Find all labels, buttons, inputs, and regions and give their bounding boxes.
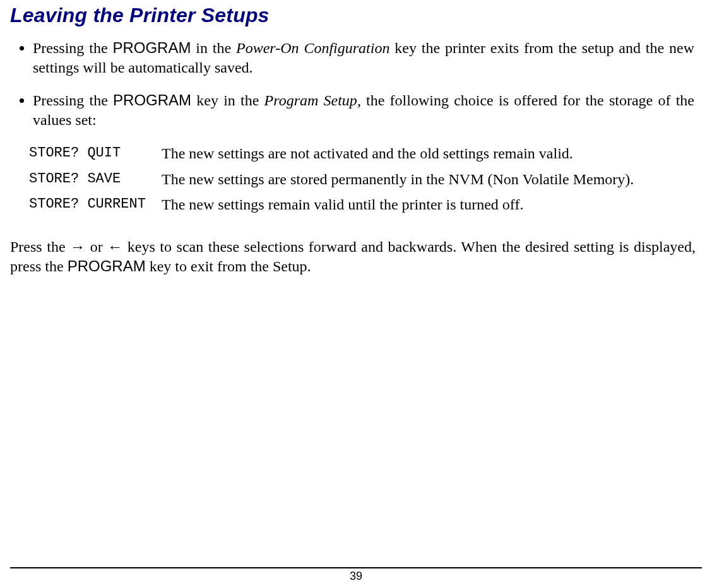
option-description: The new settings are not activated and t… bbox=[162, 144, 573, 163]
mode-name: Program Setup bbox=[264, 92, 357, 109]
bullet-item-1: Pressing the PROGRAM in the Power-On Con… bbox=[33, 38, 694, 77]
footer-divider bbox=[10, 567, 702, 568]
page-footer: 39 bbox=[10, 567, 702, 583]
table-row: STORE? SAVE The new settings are stored … bbox=[29, 170, 702, 189]
bullet-item-2: Pressing the PROGRAM key in the Program … bbox=[33, 91, 694, 129]
mode-name: Power-On Configuration bbox=[236, 40, 389, 56]
key-name: PROGRAM bbox=[113, 91, 191, 109]
key-name: PROGRAM bbox=[112, 39, 191, 56]
option-label: STORE? SAVE bbox=[29, 170, 162, 187]
text-fragment: in the bbox=[191, 40, 236, 56]
bullet-list: Pressing the PROGRAM in the Power-On Con… bbox=[10, 38, 702, 130]
page-number: 39 bbox=[10, 570, 702, 583]
option-label: STORE? QUIT bbox=[29, 144, 162, 161]
table-row: STORE? CURRENT The new settings remain v… bbox=[29, 195, 702, 215]
closing-paragraph: Press the → or ← keys to scan these sele… bbox=[10, 237, 696, 276]
option-description: The new settings remain valid until the … bbox=[162, 195, 523, 215]
text-fragment: Pressing the bbox=[33, 92, 113, 109]
table-row: STORE? QUIT The new settings are not act… bbox=[29, 144, 702, 163]
option-description: The new settings are stored permanently … bbox=[162, 170, 634, 189]
page: Leaving the Printer Setups Pressing the … bbox=[0, 4, 712, 588]
key-name: PROGRAM bbox=[68, 257, 146, 274]
text-fragment: Pressing the bbox=[33, 40, 112, 56]
page-title: Leaving the Printer Setups bbox=[10, 4, 702, 27]
store-options-table: STORE? QUIT The new settings are not act… bbox=[29, 144, 702, 215]
text-fragment: key to exit from the Setup. bbox=[146, 258, 311, 274]
text-fragment: key in the bbox=[191, 92, 264, 109]
option-label: STORE? CURRENT bbox=[29, 195, 162, 212]
